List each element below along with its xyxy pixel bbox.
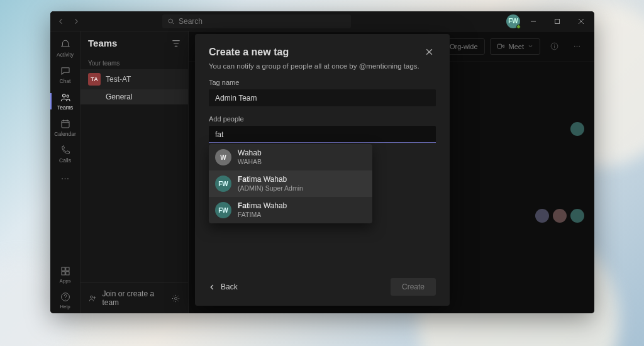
rail-teams[interactable]: Teams: [50, 88, 80, 114]
svg-point-0: [169, 19, 172, 23]
dialog-close-button[interactable]: [423, 45, 436, 59]
suggestion-item[interactable]: FW Fatima Wahab (ADMIN) Super Admin: [209, 170, 372, 197]
svg-rect-8: [65, 272, 69, 275]
svg-rect-5: [62, 267, 65, 271]
current-user-avatar[interactable]: FW: [506, 14, 520, 28]
suggestion-name: Wahab: [238, 149, 262, 158]
team-tile: TA: [88, 73, 101, 86]
rail-activity[interactable]: Activity: [50, 35, 80, 62]
gear-icon[interactable]: [171, 294, 180, 303]
rail-chat[interactable]: Chat: [50, 62, 80, 88]
teams-app-window: Search FW Activity Chat T: [50, 11, 594, 313]
svg-rect-6: [65, 267, 69, 271]
team-row[interactable]: TA Test-AT: [80, 69, 188, 89]
rail-calendar[interactable]: Calendar: [50, 114, 80, 141]
presence-indicator: [516, 25, 521, 29]
section-label: Your teams: [80, 55, 188, 69]
svg-point-3: [67, 95, 69, 97]
add-people-input[interactable]: [209, 126, 436, 143]
rail-apps[interactable]: Apps: [50, 262, 80, 287]
svg-point-10: [91, 296, 93, 298]
svg-rect-7: [62, 272, 65, 275]
channel-row[interactable]: General: [80, 89, 188, 104]
window-maximize-button[interactable]: [547, 11, 568, 31]
nav-forward-button[interactable]: [69, 14, 83, 28]
svg-rect-1: [555, 19, 560, 23]
dialog-title: Create a new tag: [209, 47, 289, 58]
people-icon: [88, 293, 97, 303]
focus-underline: [209, 142, 436, 143]
svg-rect-4: [62, 121, 69, 128]
rail-help[interactable]: Help: [50, 287, 80, 313]
create-tag-dialog: Create a new tag You can notify a group …: [195, 34, 450, 306]
search-placeholder: Search: [179, 17, 203, 26]
avatar: FW: [215, 176, 231, 192]
panel-title: Teams: [88, 38, 117, 48]
global-search-input[interactable]: Search: [162, 14, 351, 28]
suggestion-sub: WAHAB: [238, 158, 262, 165]
suggestion-name: Fatima Wahab: [238, 202, 287, 211]
suggestion-item[interactable]: W Wahab WAHAB: [209, 144, 372, 170]
avatar: FW: [215, 202, 231, 218]
create-button[interactable]: Create: [391, 278, 436, 296]
tag-name-input[interactable]: [209, 89, 436, 106]
window-close-button[interactable]: [570, 11, 592, 31]
team-name: Test-AT: [106, 75, 131, 84]
chevron-left-icon: [209, 284, 216, 291]
suggestion-sub: (ADMIN) Super Admin: [238, 184, 303, 192]
nav-back-button[interactable]: [54, 14, 68, 28]
svg-point-2: [62, 94, 65, 98]
window-minimize-button[interactable]: [523, 11, 544, 31]
search-icon: [167, 18, 175, 25]
svg-point-11: [175, 297, 177, 299]
avatar: W: [215, 149, 231, 165]
rail-calls[interactable]: Calls: [50, 141, 80, 167]
tag-name-label: Tag name: [209, 79, 436, 86]
add-people-label: Add people: [209, 115, 436, 123]
suggestion-name: Fatima Wahab: [238, 176, 303, 184]
titlebar: Search FW: [50, 11, 594, 31]
back-button[interactable]: Back: [209, 282, 238, 291]
app-rail: Activity Chat Teams Calendar Calls …: [50, 31, 80, 313]
suggestion-item[interactable]: FW Fatima Wahab FATIMA: [209, 197, 372, 223]
suggestion-sub: FATIMA: [238, 211, 287, 218]
filter-icon[interactable]: [172, 39, 180, 48]
teams-list-panel: Teams Your teams TA Test-AT General Join…: [80, 31, 189, 313]
dialog-subtitle: You can notify a group of people all at …: [209, 62, 436, 70]
people-suggestions-dropdown: W Wahab WAHAB FW Fatima Wahab (ADMIN) Su…: [209, 144, 372, 223]
rail-more[interactable]: …: [50, 167, 80, 185]
panel-footer[interactable]: Join or create a team: [80, 282, 188, 313]
